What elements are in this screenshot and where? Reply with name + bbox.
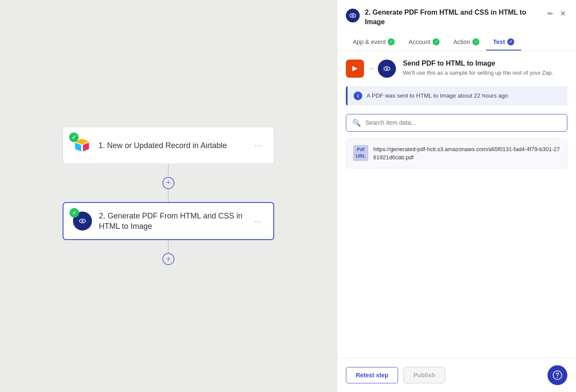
footer-buttons: Retest step Publish <box>346 367 445 383</box>
svg-point-11 <box>352 15 353 16</box>
data-item-0: PdfURL https://generated-pdf-hcti.s3.ama… <box>346 139 567 168</box>
data-tag-0: PdfURL <box>353 145 368 161</box>
airtable-icon-wrapper: ✓ <box>72 135 92 156</box>
panel-title: 2. Generate PDF From HTML and CSS in HTM… <box>365 8 541 27</box>
tab-app-event-label: App & event <box>353 38 386 45</box>
node1-menu[interactable]: ··· <box>251 139 265 152</box>
search-icon: 🔍 <box>352 119 361 127</box>
tab-action-check: ✓ <box>472 38 479 45</box>
node2-check-badge: ✓ <box>70 208 79 218</box>
help-icon <box>553 370 562 380</box>
send-title: Send PDF to HTML to Image <box>403 60 553 67</box>
tab-action[interactable]: Action ✓ <box>446 34 486 51</box>
connector-1: + <box>162 164 174 202</box>
connector-line-3 <box>168 240 169 253</box>
flow-canvas: ✓ 1. New or Updated Record in Airtable ·… <box>0 0 337 392</box>
panel-body: → Send PDF to HTML to Image We'll use th… <box>337 51 576 358</box>
svg-point-17 <box>386 68 387 69</box>
panel-tabs: App & event ✓ Account ✓ Action ✓ Test ✓ <box>346 34 567 51</box>
hti-icon-wrapper: ✓ <box>72 211 93 231</box>
tab-test-label: Test <box>493 38 505 45</box>
panel-header: 2. Generate PDF From HTML and CSS in HTM… <box>337 0 576 51</box>
right-panel: 2. Generate PDF From HTML and CSS in HTM… <box>337 0 576 392</box>
panel-title-row: 2. Generate PDF From HTML and CSS in HTM… <box>346 8 567 27</box>
trigger-icon <box>346 60 364 78</box>
add-step-button-2[interactable]: + <box>162 253 174 265</box>
svg-point-19 <box>557 377 558 378</box>
action-icon <box>378 60 396 78</box>
connector-line-2 <box>168 189 169 202</box>
edit-title-button[interactable]: ✏ <box>546 9 555 19</box>
connector-2: + <box>162 240 174 265</box>
info-icon: i <box>354 92 362 100</box>
connector-line-1 <box>168 164 169 177</box>
search-box: 🔍 <box>346 114 567 132</box>
svg-point-7 <box>82 221 83 221</box>
search-input[interactable] <box>365 119 561 126</box>
arrow-icon: → <box>367 65 374 73</box>
tab-account-label: Account <box>408 38 430 45</box>
send-section: → Send PDF to HTML to Image We'll use th… <box>346 60 567 78</box>
tab-account-check: ✓ <box>433 38 440 45</box>
flow-container: ✓ 1. New or Updated Record in Airtable ·… <box>63 127 274 266</box>
send-icons: → <box>346 60 396 78</box>
info-text: A PDF was sent to HTML to Image about 22… <box>367 92 508 99</box>
close-panel-button[interactable]: ✕ <box>558 9 567 19</box>
node2-menu[interactable]: ··· <box>250 215 265 228</box>
panel-title-actions: ✏ ✕ <box>546 9 567 19</box>
send-text: Send PDF to HTML to Image We'll use this… <box>403 60 553 77</box>
node1-label: 1. New or Updated Record in Airtable <box>98 140 245 151</box>
info-banner: i A PDF was sent to HTML to Image about … <box>346 86 567 105</box>
tab-account[interactable]: Account ✓ <box>402 34 446 51</box>
tab-test[interactable]: Test ✓ <box>486 34 521 51</box>
tab-test-check: ✓ <box>507 38 514 45</box>
help-button[interactable] <box>548 365 567 385</box>
flow-node-1[interactable]: ✓ 1. New or Updated Record in Airtable ·… <box>63 127 274 164</box>
panel-logo-icon <box>346 9 360 22</box>
add-step-button-1[interactable]: + <box>162 177 174 189</box>
tab-app-event[interactable]: App & event ✓ <box>346 34 402 51</box>
retest-step-button[interactable]: Retest step <box>346 367 398 383</box>
tab-app-event-check: ✓ <box>388 38 395 45</box>
send-description: We'll use this as a sample for setting u… <box>403 69 553 77</box>
tab-action-label: Action <box>453 38 470 45</box>
data-value-0: https://generated-pdf-hcti.s3.amazonaws.… <box>373 145 560 162</box>
flow-node-2[interactable]: ✓ 2. Generate PDF From HTML and CSS in H… <box>63 202 274 240</box>
node1-check-badge: ✓ <box>69 133 79 142</box>
node2-label: 2. Generate PDF From HTML and CSS in HTM… <box>99 211 244 232</box>
panel-footer: Retest step Publish <box>337 358 576 392</box>
publish-button[interactable]: Publish <box>403 367 445 383</box>
